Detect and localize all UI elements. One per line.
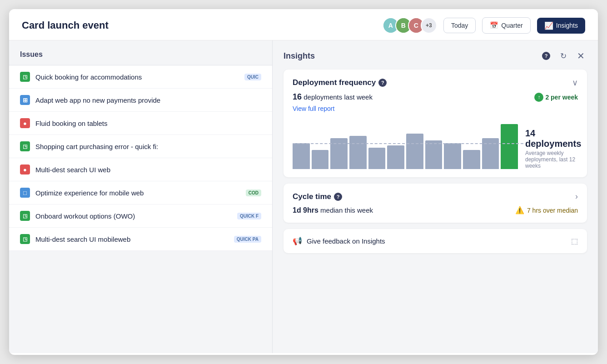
issue-text: Fluid booking on tablets [35, 120, 261, 127]
avatar-more[interactable]: +3 [421, 17, 437, 34]
chart-bar [293, 143, 310, 169]
calendar-icon: 📅 [490, 21, 498, 30]
up-arrow-icon: ↑ [534, 93, 543, 102]
cycle-card-content: 1d 9hrs median this week ⚠️ 7 hrs over m… [293, 206, 578, 214]
issue-icon-bookmark: ◳ [20, 141, 30, 151]
issue-badge: COD [246, 189, 261, 196]
cycle-warning: ⚠️ 7 hrs over median [515, 206, 578, 214]
insights-actions: ? ↻ ✕ [540, 50, 587, 62]
feedback-card[interactable]: 📢 Give feedback on Insights ⬚ [284, 229, 587, 253]
chart-deployments-description: Average weekly deployments, last 12 week… [525, 150, 578, 169]
insights-panel: Insights ? ↻ ✕ Deployment [273, 40, 598, 353]
chart-bar [463, 150, 480, 169]
issues-list: ◳ Quick booking for accommodations QUIC … [9, 65, 272, 251]
feedback-label: Give feedback on Insights [307, 237, 385, 245]
question-mark-icon: ? [542, 52, 550, 60]
issue-badge: QUICK F [237, 213, 261, 219]
insights-button[interactable]: 📈 Insights [537, 18, 585, 34]
issue-icon-circle: ● [20, 118, 30, 128]
deployment-stats: 16 deployments last week ↑ 2 per week [293, 92, 578, 102]
refresh-icon: ↻ [560, 51, 567, 61]
close-button[interactable]: ✕ [574, 50, 587, 62]
chart-bar [501, 124, 518, 169]
insights-panel-header: Insights ? ↻ ✕ [284, 50, 587, 62]
header-right: A B C +3 Today 📅 Quarter 📈 Insights [383, 17, 585, 34]
main-content: Issues ◳ Quick booking for accommodation… [9, 40, 598, 353]
chevron-right-icon[interactable]: › [575, 192, 578, 201]
issue-icon-grid: ⊞ [20, 95, 30, 105]
quarter-button[interactable]: 📅 Quarter [482, 17, 530, 34]
issues-panel: Issues ◳ Quick booking for accommodation… [9, 40, 273, 353]
issue-text: Optimize experience for mobile web [35, 189, 240, 197]
chart-bar [406, 134, 423, 169]
deployment-card-header: Deployment frequency ? ∨ [293, 78, 578, 88]
cycle-help-icon[interactable]: ? [334, 193, 342, 201]
warning-icon: ⚠️ [515, 206, 524, 214]
view-full-report-link[interactable]: View full report [293, 105, 334, 112]
insights-panel-title: Insights [284, 51, 315, 61]
chart-bar [444, 143, 461, 169]
list-item[interactable]: ◳ Shopping cart purchasing error - quick… [9, 135, 272, 158]
app-window: Card launch event A B C +3 Today 📅 Quart… [9, 9, 598, 355]
chart-bar [425, 140, 443, 169]
chart-average-line [293, 143, 523, 144]
feedback-content: 📢 Give feedback on Insights [293, 236, 385, 246]
list-item[interactable]: ◳ Quick booking for accommodations QUIC [9, 65, 272, 89]
external-link-icon: ⬚ [571, 237, 578, 245]
issue-badge: QUICK PA [234, 236, 261, 243]
issue-icon-square: □ [20, 188, 30, 198]
chart-bars [293, 119, 518, 169]
issue-icon-bookmark: ◳ [20, 72, 30, 82]
megaphone-icon: 📢 [293, 236, 302, 246]
issue-icon-bookmark: ◳ [20, 234, 30, 244]
issue-text: Quick booking for accommodations [35, 73, 239, 81]
header: Card launch event A B C +3 Today 📅 Quart… [9, 9, 598, 40]
cycle-time-card: Cycle time ? › 1d 9hrs median this week … [284, 184, 587, 223]
issue-text: Multi-dest search UI mobileweb [35, 235, 229, 243]
help-button[interactable]: ? [540, 50, 552, 62]
issue-icon-bookmark: ◳ [20, 211, 30, 221]
deployment-rate-badge: ↑ 2 per week [534, 93, 578, 102]
list-item[interactable]: ⊞ Adapt web app no new payments provide [9, 89, 272, 112]
chart-bar [312, 150, 329, 169]
chart-info: 14 deployments Average weekly deployment… [519, 128, 578, 169]
list-item[interactable]: ● Fluid booking on tablets [9, 112, 272, 135]
issue-text: Shopping cart purchasing error - quick f… [35, 143, 261, 150]
deployment-chart: 14 deployments Average weekly deployment… [293, 119, 578, 169]
deployment-help-icon[interactable]: ? [378, 79, 387, 87]
issues-header: Issues [9, 40, 272, 65]
issue-icon-circle: ● [20, 165, 30, 175]
issue-text: Adapt web app no new payments provide [35, 96, 261, 104]
list-item[interactable]: □ Optimize experience for mobile web COD [9, 181, 272, 204]
list-item[interactable]: ● Multi-dest search UI web [9, 158, 272, 181]
close-icon: ✕ [577, 50, 585, 61]
chart-bar [349, 136, 367, 169]
chart-deployments-number: 14 deployments [525, 128, 578, 149]
issue-text: Multi-dest search UI web [35, 166, 261, 174]
issue-badge: QUIC [244, 74, 261, 80]
cycle-card-title: Cycle time ? [293, 192, 342, 201]
list-item[interactable]: ◳ Multi-dest search UI mobileweb QUICK P… [9, 228, 272, 251]
chart-bar [368, 148, 386, 169]
issue-text: Onboard workout options (OWO) [35, 212, 232, 220]
list-item[interactable]: ◳ Onboard workout options (OWO) QUICK F [9, 204, 272, 228]
deployment-frequency-card: Deployment frequency ? ∨ 16 deployments … [284, 70, 587, 177]
deployment-count: 16 deployments last week [293, 92, 373, 102]
deployment-card-title: Deployment frequency ? [293, 78, 387, 87]
cycle-median-stat: 1d 9hrs median this week [293, 206, 373, 214]
refresh-button[interactable]: ↻ [557, 50, 570, 62]
chart-bar [387, 145, 404, 169]
page-title: Card launch event [22, 20, 109, 31]
today-button[interactable]: Today [443, 18, 476, 33]
chart-icon: 📈 [544, 21, 553, 30]
chevron-down-icon[interactable]: ∨ [572, 78, 578, 88]
cycle-card-header: Cycle time ? › [293, 192, 578, 201]
avatar-group: A B C +3 [383, 17, 437, 34]
